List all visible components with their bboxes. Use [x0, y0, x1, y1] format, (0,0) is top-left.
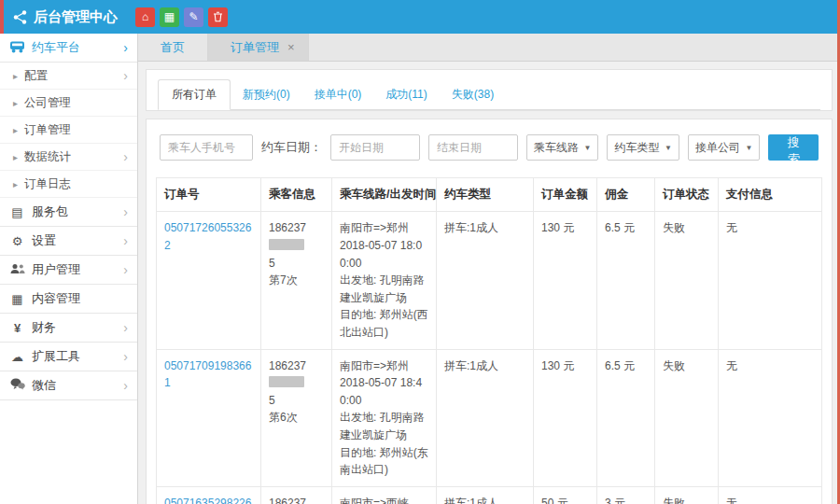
gear-icon: ⚙: [9, 234, 25, 248]
status-cell: 失败: [655, 349, 719, 486]
caret-right-icon: ▸: [13, 98, 18, 108]
sidebar-item-order-log[interactable]: ▸ 订单日志: [0, 171, 137, 198]
col-amount: 订单金额: [534, 178, 597, 212]
route-cell: 南阳市=>郑州 2018-05-07 18:00:00 出发地: 孔明南路建业凯…: [332, 212, 437, 349]
status-cell: 失败: [655, 486, 719, 504]
commission-cell: 3 元: [597, 486, 655, 504]
share-icon: [13, 10, 27, 24]
type-cell: 拼车:1成人: [437, 486, 534, 504]
grid-icon: ▦: [164, 11, 175, 22]
passenger-cell: 186237 5 第7次: [261, 212, 332, 349]
company-select[interactable]: 接单公司 ▼: [688, 134, 760, 161]
table-row: 050717091983661 186237 5 第6次 南阳市=>郑州 201…: [157, 349, 822, 486]
chevron-right-icon: ›: [123, 204, 128, 219]
sidebar-item-ride-platform[interactable]: 约车平台 ›: [0, 34, 137, 63]
chevron-down-icon: ▼: [665, 144, 672, 152]
payment-cell: 无: [719, 486, 822, 504]
order-number-link[interactable]: 050717091983661: [164, 359, 251, 390]
col-type: 约车类型: [437, 178, 534, 212]
close-icon[interactable]: ×: [287, 40, 295, 54]
sidebar-item-finance[interactable]: ¥ 财务 ›: [0, 314, 137, 343]
caret-right-icon: ▸: [13, 71, 18, 81]
route-select[interactable]: 乘车线路 ▼: [526, 134, 598, 161]
end-date-input[interactable]: [428, 134, 518, 161]
tab-accepting[interactable]: 接单中(0): [302, 80, 374, 109]
sidebar-item-user-mgmt[interactable]: 用户管理 ›: [0, 256, 137, 285]
commission-cell: 6.5 元: [597, 349, 655, 486]
sidebar-item-settings[interactable]: ⚙ 设置 ›: [0, 227, 137, 256]
home-button[interactable]: ⌂: [135, 7, 155, 27]
amount-cell: 130 元: [534, 212, 597, 349]
table-header-row: 订单号 乘客信息 乘车线路/出发时间 约车类型 订单金额 佣金 订单状态 支付信…: [157, 178, 822, 212]
edit-button[interactable]: ✎: [184, 7, 203, 27]
tab-failed[interactable]: 失败(38): [440, 80, 506, 109]
date-label: 约车日期：: [261, 139, 322, 156]
sidebar-item-service-package[interactable]: ▤ 服务包 ›: [0, 198, 137, 227]
sidebar-item-label: 约车平台: [32, 39, 117, 56]
sidebar-item-extensions[interactable]: ☁ 扩展工具 ›: [0, 343, 137, 371]
type-cell: 拼车:1成人: [437, 349, 534, 486]
apps-button[interactable]: ▦: [160, 7, 179, 27]
app-logo: 后台管理中心: [13, 8, 118, 26]
tab-home[interactable]: 首页: [138, 34, 208, 61]
chevron-down-icon: ▼: [745, 144, 752, 152]
package-icon: ▤: [9, 205, 25, 219]
chevron-down-icon: ▼: [584, 144, 592, 152]
tab-new-reservation[interactable]: 新预约(0): [231, 80, 302, 109]
col-payment: 支付信息: [719, 178, 822, 212]
car-icon: [9, 40, 25, 56]
sidebar-item-statistics[interactable]: ▸ 数据统计 ›: [0, 144, 137, 171]
chevron-right-icon: ›: [123, 378, 128, 393]
col-status: 订单状态: [655, 178, 719, 212]
sidebar-item-config[interactable]: ▸ 配置 ›: [0, 63, 137, 90]
chevron-right-icon: ›: [123, 149, 128, 164]
orders-panel: 约车日期： 乘车线路 ▼ 约车类型 ▼ 接单公司 ▼ 搜索: [146, 119, 833, 504]
trash-icon: [213, 11, 223, 22]
route-cell: 南阳市=>西峡 出发地: 建业十里湖山城市展厅建业凯旋广场 目的地: 中国西峡恐…: [332, 486, 437, 504]
start-date-input[interactable]: [330, 134, 420, 161]
users-icon: [9, 263, 25, 277]
sidebar-item-content-mgmt[interactable]: ▦ 内容管理: [0, 285, 137, 314]
status-cell: 失败: [655, 212, 719, 349]
payment-cell: 无: [719, 349, 822, 486]
table-row: 050717260553262 186237 5 第7次 南阳市=>郑州 201…: [157, 212, 822, 349]
col-commission: 佣金: [597, 178, 655, 212]
commission-cell: 6.5 元: [597, 212, 655, 349]
table-row: 050716352982260 186237 5 第5次 南阳市=>西峡 出发地…: [157, 486, 822, 504]
finance-icon: ¥: [9, 321, 25, 335]
main-area: 首页 订单管理 × 所有订单 新预约(0) 接单中(0) 成功(11) 失败(3…: [138, 34, 840, 504]
sidebar-item-wechat[interactable]: 微信 ›: [0, 371, 137, 400]
tab-all-orders[interactable]: 所有订单: [158, 79, 231, 110]
tab-order-mgmt[interactable]: 订单管理 ×: [208, 34, 309, 61]
search-button[interactable]: 搜索: [768, 134, 819, 161]
tab-success[interactable]: 成功(11): [373, 80, 439, 109]
left-edge-accent: [0, 0, 4, 34]
order-number-link[interactable]: 050717260553262: [164, 221, 251, 252]
orders-table: 订单号 乘客信息 乘车线路/出发时间 约车类型 订单金额 佣金 订单状态 支付信…: [156, 177, 822, 504]
col-order-no: 订单号: [157, 178, 261, 212]
phone-redaction: [269, 376, 304, 387]
chevron-right-icon: ›: [123, 233, 128, 248]
sidebar-item-company-mgmt[interactable]: ▸ 公司管理: [0, 90, 137, 117]
order-number-link[interactable]: 050716352982260: [164, 497, 251, 504]
type-cell: 拼车:1成人: [437, 212, 534, 349]
col-passenger: 乘客信息: [261, 178, 332, 212]
delete-button[interactable]: [208, 7, 228, 27]
cloud-icon: ☁: [9, 350, 25, 364]
sidebar-item-order-mgmt[interactable]: ▸ 订单管理: [0, 117, 137, 144]
status-tabs: 所有订单 新预约(0) 接单中(0) 成功(11) 失败(38): [158, 79, 820, 110]
phone-input[interactable]: [160, 134, 253, 161]
phone-redaction: [269, 239, 304, 250]
caret-right-icon: ▸: [13, 125, 18, 135]
content: 所有订单 新预约(0) 接单中(0) 成功(11) 失败(38) 约车日期： 乘…: [138, 62, 840, 504]
home-icon: ⌂: [142, 11, 148, 22]
caret-right-icon: ▸: [13, 152, 18, 162]
sidebar: 约车平台 › ▸ 配置 › ▸ 公司管理 ▸ 订单管理 ▸ 数据统计 › ▸ 订…: [0, 34, 138, 504]
route-cell: 南阳市=>郑州 2018-05-07 18:40:00 出发地: 孔明南路建业凯…: [332, 349, 437, 486]
wechat-icon: [9, 378, 25, 393]
col-route: 乘车线路/出发时间: [332, 178, 437, 212]
type-select[interactable]: 约车类型 ▼: [607, 134, 679, 161]
app-title: 后台管理中心: [34, 8, 118, 26]
amount-cell: 130 元: [534, 349, 597, 486]
tab-bar: 首页 订单管理 ×: [138, 34, 840, 62]
